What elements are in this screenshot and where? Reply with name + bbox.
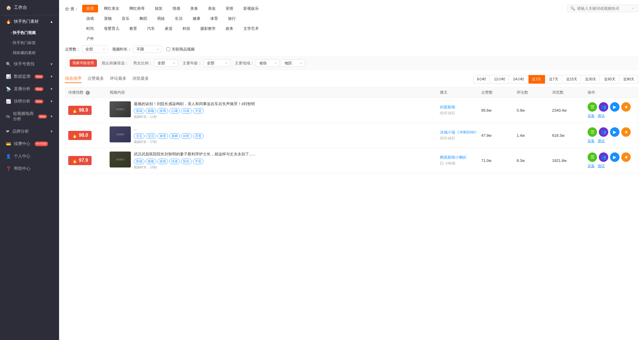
tag[interactable]: 平安	[193, 159, 204, 164]
search-box[interactable]: 🔍 ↵	[567, 5, 638, 12]
sort-tab-comprehensive[interactable]: 综合排序	[65, 76, 82, 83]
cat-btn-all[interactable]: 全部	[82, 5, 98, 12]
sidebar-item-personal[interactable]: 👤 个人中心	[0, 150, 59, 162]
cat-btn-net-beauty[interactable]: 网红美女	[100, 5, 123, 12]
cat-btn-fashion-outfit[interactable]: 穿搭	[222, 5, 238, 12]
cat-btn-emotion[interactable]: 情感	[168, 5, 184, 12]
cat-btn-dance[interactable]: 舞蹈	[135, 15, 151, 22]
cat-btn-life[interactable]: 生活	[171, 15, 187, 22]
tag[interactable]: 宝贝	[146, 133, 156, 139]
follow-icon[interactable]: 👥	[599, 152, 608, 162]
collect-link[interactable]: 采集	[588, 139, 595, 144]
cat-btn-home[interactable]: 家居	[161, 25, 177, 32]
video-thumbnail[interactable]: VIDEO	[110, 101, 131, 117]
sidebar-sub-item-hot-video[interactable]: · 快手热门视频	[0, 28, 59, 38]
sidebar-header[interactable]: 🏠 工作台	[0, 0, 59, 15]
cat-btn-cute[interactable]: 萌娃	[153, 15, 169, 22]
sidebar-item-live-analysis[interactable]: 📡 直播分析 New ▼	[0, 83, 59, 95]
cat-btn-photo-teach[interactable]: 摄影教学	[196, 25, 220, 32]
tag[interactable]: 院长	[181, 159, 192, 164]
sort-tab-most-comments[interactable]: 评论最多	[110, 76, 126, 83]
sidebar-item-kuaishou-hot[interactable]: 🔥 快手热门素材 ▲	[0, 15, 59, 28]
time-btn-12h[interactable]: 12小时	[490, 75, 509, 84]
cat-btn-health[interactable]: 健康	[188, 15, 204, 22]
test-link[interactable]: 测试	[598, 164, 605, 169]
sidebar-item-ecom-analysis[interactable]: 🛍 短视频电商分析 New ▼	[0, 108, 59, 125]
tag[interactable]: 结束	[181, 108, 192, 114]
time-btn-24h[interactable]: 24小时	[510, 75, 528, 84]
sidebar-sub-item-hot-tag[interactable]: · 快手热门标签	[0, 38, 59, 48]
cat-btn-outdoor[interactable]: 户外	[82, 35, 98, 43]
follow-icon[interactable]: 👥	[599, 102, 608, 112]
video-thumbnail[interactable]: VIDEO	[110, 152, 131, 167]
sidebar-item-search-account[interactable]: 🔍 快手号查找 ▼	[0, 58, 59, 70]
cat-btn-food[interactable]: 美食	[186, 5, 202, 12]
sidebar-item-help[interactable]: ❓ 帮助中心	[0, 162, 59, 175]
cat-btn-education[interactable]: 教育	[125, 25, 141, 32]
collect-link[interactable]: 采集	[588, 164, 595, 169]
publisher-name[interactable]: 封面新闻	[440, 105, 481, 110]
duration-select[interactable]: 不限 1分钟以内 1-5分钟 5分钟以上	[133, 45, 162, 53]
cat-btn-pet[interactable]: 宠物	[100, 15, 116, 22]
collect-link[interactable]: 采集	[588, 113, 595, 118]
test-link[interactable]: 测试	[598, 139, 605, 144]
cat-btn-literature[interactable]: 文学艺术	[239, 25, 263, 32]
cat-btn-tech[interactable]: 科技	[178, 25, 194, 32]
cat-btn-fashion[interactable]: 时尚	[82, 25, 98, 32]
sidebar-item-renew[interactable]: 💳 续费中心 年付6折	[0, 138, 59, 150]
cat-btn-music[interactable]: 音乐	[118, 15, 134, 22]
time-btn-3d[interactable]: 近3天	[528, 75, 545, 84]
tag[interactable]: 真棒	[169, 133, 180, 139]
tag[interactable]: 致敬	[146, 159, 156, 164]
province-select[interactable]: 省份 北京 上海 广东	[256, 59, 279, 67]
tag[interactable]: 天堂	[193, 108, 204, 114]
publisher-name[interactable]: 冰城小瑞《冲刺50W》	[440, 130, 481, 135]
cat-btn-politics[interactable]: 政务	[222, 25, 238, 32]
sort-tab-most-likes[interactable]: 点赞最多	[87, 76, 104, 83]
time-btn-60d[interactable]: 近60天	[601, 75, 619, 84]
tag[interactable]: 英雄	[134, 159, 144, 164]
play-icon[interactable]: ▶	[610, 127, 619, 137]
time-btn-30d[interactable]: 近30天	[582, 75, 600, 84]
sidebar-item-data-monitor[interactable]: 📊 数据监测 New ▼	[0, 70, 59, 83]
tag[interactable]: 英雄	[134, 108, 144, 114]
publisher-name[interactable]: 网易新闻小喇叭	[440, 155, 481, 160]
tag[interactable]: 表情	[157, 133, 168, 139]
info-icon[interactable]: i	[86, 91, 90, 95]
tag[interactable]: 疫情	[157, 108, 168, 114]
time-btn-90d[interactable]: 近90天	[620, 75, 638, 84]
sort-tab-most-views[interactable]: 浏览最多	[132, 76, 149, 83]
tag[interactable]: 疫情	[157, 159, 168, 164]
sidebar-item-brand-analysis[interactable]: ❤ 品牌分析 ▼	[0, 125, 59, 138]
tag[interactable]: 结束	[169, 159, 180, 164]
video-thumbnail[interactable]: VIDEO	[110, 126, 131, 142]
collect-icon[interactable]: ☰	[588, 102, 597, 112]
play-icon[interactable]: ▶	[610, 152, 619, 162]
cat-btn-game[interactable]: 游戏	[82, 15, 98, 22]
sidebar-item-rank-analysis[interactable]: 📈 挂榜分析 New ▼	[0, 95, 59, 108]
likes-select[interactable]: 全部 1w以上 5w以上 10w以上 50w以上	[82, 45, 108, 53]
sidebar-sub-item-my-material[interactable]: · 我收藏的素材	[0, 48, 59, 58]
star-icon[interactable]: ★	[621, 127, 631, 137]
cat-btn-auto[interactable]: 汽车	[143, 25, 159, 32]
tag[interactable]: 致敬	[146, 108, 156, 114]
time-btn-6h[interactable]: 6小时	[473, 75, 490, 84]
test-link[interactable]: 测试	[598, 113, 605, 118]
tag[interactable]: 宝宝	[134, 133, 144, 139]
tag[interactable]: 好听	[181, 133, 192, 139]
gender-select[interactable]: 全部 偏男性 偏女性	[154, 59, 178, 67]
tag[interactable]: 厉害	[193, 133, 204, 139]
age-select[interactable]: 全部 18岁以下 18-24岁 25-34岁 35岁以上	[204, 59, 230, 67]
star-icon[interactable]: ★	[621, 102, 631, 112]
cat-btn-entertainment[interactable]: 影视娱乐	[239, 5, 263, 12]
related-product-checkbox[interactable]	[166, 47, 170, 51]
cat-btn-net-handsome[interactable]: 网红帅哥	[125, 5, 149, 12]
star-icon[interactable]: ★	[621, 152, 631, 162]
collect-icon[interactable]: ☰	[588, 152, 597, 162]
cat-btn-funny[interactable]: 搞笑	[151, 5, 167, 12]
time-btn-15d[interactable]: 近15天	[563, 75, 581, 84]
follow-icon[interactable]: 👥	[599, 127, 608, 137]
cat-btn-sports[interactable]: 体育	[206, 15, 222, 22]
cat-btn-travel[interactable]: 旅行	[224, 15, 240, 22]
play-icon[interactable]: ▶	[610, 102, 619, 112]
